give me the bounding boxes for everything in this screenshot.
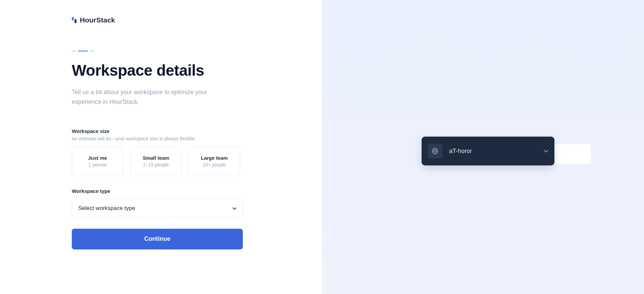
progress-step-3 [90,50,94,52]
right-preview-panel: aT-horor [322,0,644,294]
brand-logo: HourStack [72,16,243,24]
size-option-title: Small team [143,155,169,161]
size-option-sub: 2–15 people [143,162,169,167]
size-option-just-me[interactable]: Just me 1 person [72,147,123,176]
workspace-type-label: Workspace type [72,188,243,194]
globe-icon [431,147,439,155]
workspace-size-label: Workspace size [72,128,243,134]
preview-workspace-name: aT-horor [449,148,537,155]
svg-rect-0 [72,17,74,20]
size-option-sub: 15+ people [203,162,226,167]
hourstack-logo-icon [72,17,77,23]
workspace-type-select[interactable]: Select workspace type [72,199,243,218]
continue-button[interactable]: Continue [72,229,243,249]
progress-indicator [72,50,243,52]
size-options: Just me 1 person Small team 2–15 people … [72,147,243,176]
size-option-small-team[interactable]: Small team 2–15 people [130,147,182,176]
svg-rect-1 [74,19,76,23]
preview-workspace-header: aT-horor [422,137,554,165]
page-description: Tell us a bit about your workspace to op… [72,87,226,107]
progress-step-2-active [78,50,88,52]
left-panel: HourStack Workspace details Tell us a bi… [0,0,322,294]
size-option-large-team[interactable]: Large team 15+ people [189,147,240,176]
workspace-type-section: Workspace type Select workspace type [72,188,243,218]
brand-name: HourStack [80,16,115,24]
progress-step-1 [72,50,76,52]
size-option-sub: 1 person [89,162,107,167]
preview-workspace-icon [428,144,442,158]
workspace-size-section: Workspace size An estimate will do—your … [72,128,243,176]
workspace-type-placeholder: Select workspace type [78,205,135,212]
size-option-title: Large team [201,155,228,161]
workspace-size-help: An estimate will do—your workspace size … [72,136,243,141]
chevron-down-icon [544,148,548,154]
size-option-title: Just me [88,155,107,161]
chevron-down-icon [232,205,236,212]
page-title: Workspace details [72,61,243,79]
